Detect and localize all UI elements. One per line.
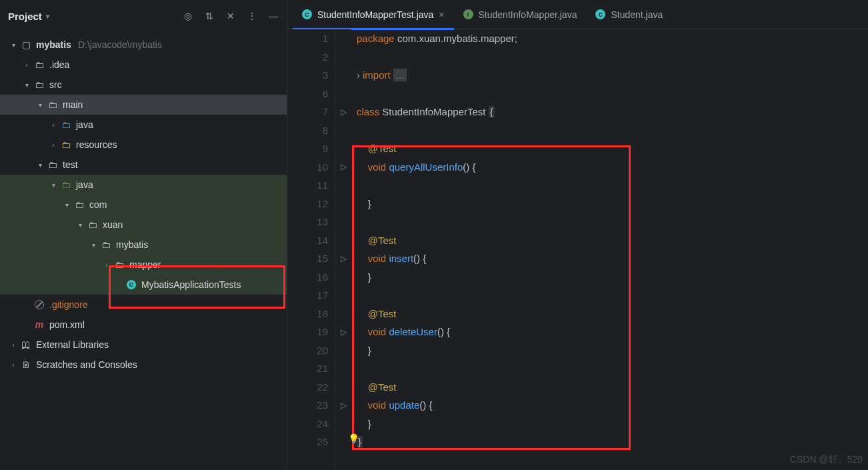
tree-java-test[interactable]: ▾ 🗀 java [0,175,287,195]
tree-item-label: java [76,179,93,190]
tree-item-label: Scratches and Consoles [36,359,137,370]
chevron-right-icon[interactable]: › [8,341,19,349]
maven-icon: m [33,319,45,330]
package-icon: 🗀 [87,219,99,230]
tab-student[interactable]: C Student.java [586,0,672,29]
tree-src[interactable]: ▾ 🗀 src [0,75,287,95]
chevron-right-icon[interactable]: › [101,261,112,269]
sidebar-actions: ◎ ⇅ ✕ ⋮ — [183,11,279,21]
tree-resources[interactable]: › 🗀 resources [0,135,287,155]
gitignore-icon [33,300,45,309]
tree-item-label: MybatisApplicationTests [141,279,241,290]
tree-pom[interactable]: › m pom.xml [0,315,287,335]
folder-icon: 🗀 [60,179,72,190]
tree-item-label: src [49,79,62,90]
tree-gitignore[interactable]: › .gitignore [0,295,287,315]
editor-tabs: C StudentInfoMapperTest.java × I Student… [287,0,868,29]
tree-test[interactable]: ▾ 🗀 test [0,155,287,175]
project-sidebar: Project ▾ ◎ ⇅ ✕ ⋮ — ▾ ▢ mybatis D:\javac… [0,0,287,470]
tree-com[interactable]: ▾ 🗀 com [0,195,287,215]
tree-ext-lib[interactable]: › 🕮 External Libraries [0,335,287,355]
class-icon: C [125,280,137,289]
folder-icon: 🗀 [33,59,45,70]
interface-icon: I [463,9,473,19]
tree-item-label: resources [76,139,117,150]
tree-item-label: test [63,159,78,170]
chevron-down-icon[interactable]: ▾ [35,161,45,169]
tab-student-info-mapper[interactable]: I StudentInfoMapper.java [454,0,587,29]
expand-icon[interactable]: ⇅ [204,11,215,21]
class-icon: C [302,9,312,19]
package-icon: 🗀 [100,239,112,250]
tree-item-label: .gitignore [49,299,88,310]
tree-item-label: .idea [49,59,69,70]
close-icon[interactable]: × [439,9,444,20]
tree-item-label: mapper [129,259,161,270]
folder-icon: 🗀 [47,99,59,110]
more-icon[interactable]: ⋮ [247,11,257,21]
module-icon: ▢ [20,39,32,50]
sidebar-title[interactable]: Project ▾ [8,11,49,22]
tree-root[interactable]: ▾ ▢ mybatis D:\javacode\mybatis [0,35,287,55]
chevron-right-icon[interactable]: › [48,121,59,129]
tree-item-label: External Libraries [36,339,109,350]
chevron-right-icon[interactable]: › [21,61,32,69]
hide-icon[interactable]: — [268,11,279,21]
chevron-down-icon[interactable]: ▾ [75,221,85,229]
editor-area: C StudentInfoMapperTest.java × I Student… [287,0,868,470]
scratch-icon: 🗎 [20,359,32,370]
tab-label: StudentInfoMapper.java [479,9,577,20]
root-name: mybatis [36,39,71,50]
tab-label: Student.java [611,9,663,20]
chevron-right-icon[interactable]: › [8,361,19,369]
watermark: CSDN @轩。528 [790,454,863,466]
tree-java-main[interactable]: › 🗀 java [0,115,287,135]
folder-icon: 🗀 [60,139,72,150]
tree-item-label: pom.xml [49,319,85,330]
chevron-right-icon[interactable]: › [48,141,59,149]
class-icon: C [595,9,605,19]
run-gutter[interactable]: ▷▷▷▷▷ [335,29,351,470]
chevron-down-icon[interactable]: ▾ [35,101,45,109]
chevron-down-icon[interactable]: ▾ [8,41,19,49]
library-icon: 🕮 [20,339,32,350]
chevron-down-icon[interactable]: ▾ [61,201,72,209]
tree-item-label: java [76,119,93,130]
folder-icon: 🗀 [47,159,59,170]
code-area[interactable]: package com.xuan.mybatis.mapper;›import … [351,29,868,470]
sidebar-header: Project ▾ ◎ ⇅ ✕ ⋮ — [0,0,287,32]
tab-label: StudentInfoMapperTest.java [317,9,433,20]
tree-xuan[interactable]: ▾ 🗀 xuan [0,215,287,235]
tree-scratches[interactable]: › 🗎 Scratches and Consoles [0,355,287,375]
tree-main[interactable]: ▾ 🗀 main [0,95,287,115]
tree-item-label: com [89,199,107,210]
chevron-down-icon[interactable]: ▾ [88,241,99,249]
package-icon: 🗀 [73,199,85,210]
target-icon[interactable]: ◎ [183,11,193,21]
root-path: D:\javacode\mybatis [78,39,162,50]
chevron-down-icon[interactable]: ▾ [21,81,32,89]
tree-mybatis-app-tests[interactable]: › C MybatisApplicationTests [0,275,287,295]
tree-mapper[interactable]: › 🗀 mapper [0,255,287,275]
line-number-gutter[interactable]: 123678910111213141516171819202122232425 [287,29,335,470]
folder-icon: 🗀 [33,79,45,90]
editor-body[interactable]: 123678910111213141516171819202122232425 … [287,29,868,470]
package-icon: 🗀 [113,259,125,270]
chevron-down-icon[interactable]: ▾ [48,181,59,189]
tab-student-info-mapper-test[interactable]: C StudentInfoMapperTest.java × [293,0,454,29]
chevron-down-icon: ▾ [46,13,49,20]
tree-item-label: main [63,99,83,110]
tree-idea[interactable]: › 🗀 .idea [0,55,287,75]
tree-mybatis-pkg[interactable]: ▾ 🗀 mybatis [0,235,287,255]
tree-item-label: xuan [103,219,123,230]
tree-item-label: mybatis [116,239,148,250]
bulb-icon[interactable]: 💡 [348,433,359,444]
close-icon[interactable]: ✕ [225,11,236,21]
sidebar-title-text: Project [8,11,42,22]
folder-icon: 🗀 [60,119,72,130]
project-tree[interactable]: ▾ ▢ mybatis D:\javacode\mybatis › 🗀 .ide… [0,32,287,470]
